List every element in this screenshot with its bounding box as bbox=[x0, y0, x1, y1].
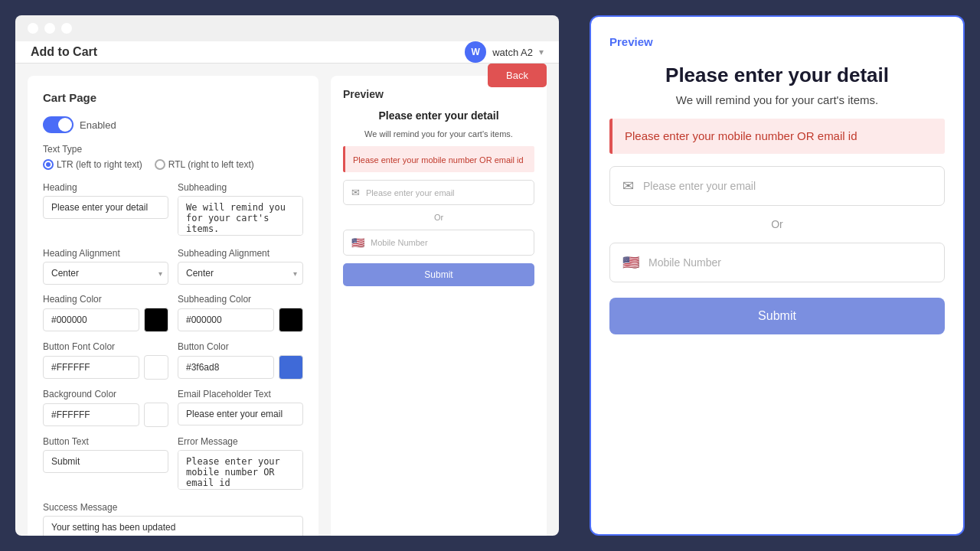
background-color-label: Background Color bbox=[43, 389, 168, 399]
watch-avatar: W bbox=[465, 41, 486, 63]
large-preview-box: Preview Please enter your detail We will… bbox=[590, 15, 965, 536]
button-error-grid: Button Text Error Message bbox=[43, 436, 303, 493]
error-message-input[interactable] bbox=[178, 450, 303, 490]
back-button[interactable]: Back bbox=[488, 64, 547, 87]
subheading-color-input[interactable] bbox=[178, 308, 274, 331]
button-font-color-field: Button Font Color bbox=[43, 341, 168, 380]
subheading-alignment-select-wrapper: CenterLeftRight ▾ bbox=[178, 262, 303, 285]
form-panel-title: Cart Page bbox=[43, 91, 303, 104]
button-font-color-label: Button Font Color bbox=[43, 341, 168, 352]
email-placeholder-field: Email Placeholder Text bbox=[178, 389, 303, 427]
browser-dot-3 bbox=[61, 23, 72, 34]
background-color-row bbox=[43, 403, 168, 427]
button-color-swatch[interactable] bbox=[279, 355, 303, 380]
large-preview-title: Preview bbox=[609, 35, 945, 48]
small-preview-or: Or bbox=[434, 213, 443, 222]
main-content: Back Cart Page Enabled Text Type LTR (le… bbox=[15, 64, 559, 536]
success-message-input[interactable] bbox=[43, 516, 303, 536]
background-color-input[interactable] bbox=[43, 403, 139, 426]
subheading-color-label: Subheading Color bbox=[178, 294, 303, 305]
small-preview-heading: Please enter your detail bbox=[378, 109, 498, 122]
background-color-swatch[interactable] bbox=[144, 403, 168, 427]
app-window: Add to Cart W watch A2 ▾ Back Cart Page … bbox=[15, 41, 559, 536]
toggle-label: Enabled bbox=[80, 119, 116, 131]
large-preview-subheading: We will remind you for your cart's items… bbox=[676, 93, 878, 106]
text-type-row: LTR (left to right text) RTL (right to l… bbox=[43, 159, 303, 170]
ltr-option[interactable]: LTR (left to right text) bbox=[43, 159, 142, 170]
small-preview-error-text: Please enter your mobile number OR email… bbox=[353, 155, 524, 165]
back-btn-area: Back bbox=[488, 64, 547, 87]
heading-color-row bbox=[43, 308, 168, 332]
app-title: Add to Cart bbox=[31, 45, 97, 59]
heading-alignment-select-wrapper: CenterLeftRight ▾ bbox=[43, 262, 168, 285]
large-preview-or: Or bbox=[771, 218, 783, 230]
subheading-input[interactable] bbox=[178, 196, 303, 236]
subheading-alignment-select[interactable]: CenterLeftRight bbox=[178, 262, 303, 285]
rtl-option[interactable]: RTL (right to left text) bbox=[155, 159, 254, 170]
small-preview-subheading: We will remind you for your cart's items… bbox=[364, 129, 513, 139]
small-preview-submit-button[interactable]: Submit bbox=[343, 263, 534, 286]
color-grid-3: Background Color Email Placeholder Text bbox=[43, 389, 303, 427]
heading-color-swatch[interactable] bbox=[144, 308, 168, 332]
watch-badge[interactable]: W watch A2 ▾ bbox=[465, 41, 544, 63]
small-preview-panel: Preview Please enter your detail We will… bbox=[331, 76, 547, 536]
enabled-toggle[interactable] bbox=[43, 116, 74, 133]
top-bar: Add to Cart W watch A2 ▾ bbox=[15, 41, 559, 64]
heading-alignment-label: Heading Alignment bbox=[43, 248, 168, 259]
button-font-color-input[interactable] bbox=[43, 356, 139, 379]
heading-color-input[interactable] bbox=[43, 308, 139, 331]
small-preview-title: Preview bbox=[343, 88, 534, 100]
button-font-color-row bbox=[43, 355, 168, 380]
large-preview-email-placeholder: Please enter your email bbox=[643, 180, 756, 192]
heading-color-label: Heading Color bbox=[43, 294, 168, 305]
heading-alignment-field: Heading Alignment CenterLeftRight ▾ bbox=[43, 248, 168, 285]
subheading-color-swatch[interactable] bbox=[279, 308, 303, 332]
large-preview-heading: Please enter your detail bbox=[665, 64, 889, 87]
small-preview-content: Please enter your detail We will remind … bbox=[343, 109, 534, 286]
button-color-input[interactable] bbox=[178, 356, 274, 379]
success-message-label: Success Message bbox=[43, 502, 303, 513]
button-font-color-swatch[interactable] bbox=[144, 355, 168, 380]
button-color-field: Button Color bbox=[178, 341, 303, 380]
browser-chrome bbox=[15, 15, 559, 41]
color-grid-1: Heading Color Subheading Color bbox=[43, 294, 303, 332]
flag-icon: 🇺🇸 bbox=[622, 254, 639, 271]
browser-dot-2 bbox=[44, 23, 55, 34]
large-preview-submit-button[interactable]: Submit bbox=[609, 298, 945, 334]
background-color-field: Background Color bbox=[43, 389, 168, 427]
button-color-label: Button Color bbox=[178, 341, 303, 352]
chevron-down-icon: ▾ bbox=[539, 47, 544, 57]
heading-subheading-grid: Heading Subheading bbox=[43, 182, 303, 239]
subheading-alignment-field: Subheading Alignment CenterLeftRight ▾ bbox=[178, 248, 303, 285]
subheading-alignment-label: Subheading Alignment bbox=[178, 248, 303, 259]
ltr-radio[interactable] bbox=[43, 159, 54, 170]
email-placeholder-input[interactable] bbox=[178, 403, 303, 425]
form-panel: Cart Page Enabled Text Type LTR (left to… bbox=[28, 76, 318, 536]
text-type-label: Text Type bbox=[43, 144, 303, 155]
color-grid-2: Button Font Color Button Color bbox=[43, 341, 303, 380]
large-preview-inner: Please enter your detail We will remind … bbox=[609, 64, 945, 334]
error-message-field: Error Message bbox=[178, 436, 303, 493]
email-icon: ✉ bbox=[622, 178, 634, 194]
editor-panel: Add to Cart W watch A2 ▾ Back Cart Page … bbox=[0, 0, 574, 551]
subheading-color-row bbox=[178, 308, 303, 332]
small-preview-email-placeholder: Please enter your email bbox=[366, 188, 455, 197]
error-message-label: Error Message bbox=[178, 436, 303, 447]
rtl-radio[interactable] bbox=[155, 159, 165, 170]
browser-dot-1 bbox=[28, 23, 38, 34]
large-preview-email-input: ✉ Please enter your email bbox=[609, 166, 945, 206]
heading-alignment-select[interactable]: CenterLeftRight bbox=[43, 262, 168, 285]
heading-color-field: Heading Color bbox=[43, 294, 168, 332]
small-preview-error-box: Please enter your mobile number OR email… bbox=[343, 146, 534, 172]
heading-field: Heading bbox=[43, 182, 168, 239]
button-text-input[interactable] bbox=[43, 450, 168, 473]
success-message-field: Success Message bbox=[43, 502, 303, 536]
heading-input[interactable] bbox=[43, 196, 168, 219]
button-text-label: Button Text bbox=[43, 436, 168, 447]
alignment-grid: Heading Alignment CenterLeftRight ▾ Subh… bbox=[43, 248, 303, 285]
toggle-row: Enabled bbox=[43, 116, 303, 133]
right-panel: Preview Please enter your detail We will… bbox=[574, 0, 980, 551]
large-preview-error-text: Please enter your mobile number OR email… bbox=[625, 129, 857, 142]
heading-label: Heading bbox=[43, 182, 168, 193]
ltr-label: LTR (left to right text) bbox=[57, 159, 142, 170]
